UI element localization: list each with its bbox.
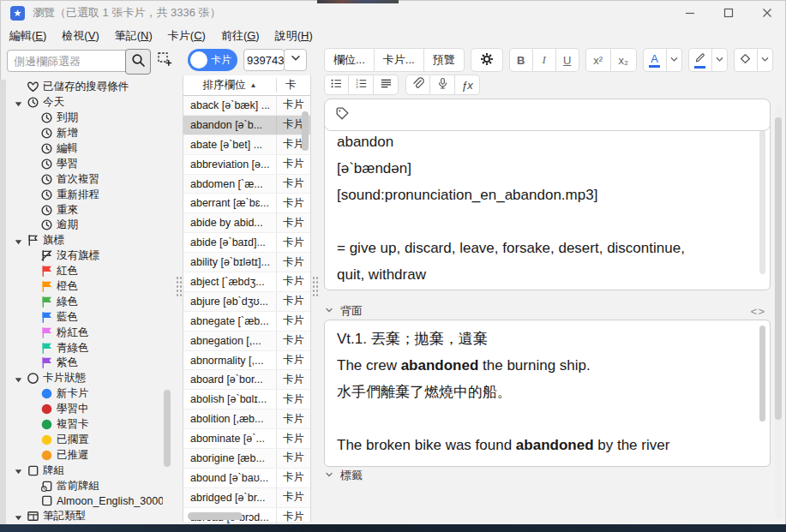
list-vertical-scrollbar-thumb[interactable] [302,111,309,151]
sidebar-item[interactable]: 新卡片 [7,386,163,402]
record-audio-button[interactable] [430,75,455,95]
sidebar-item[interactable]: 新增 [7,126,163,141]
preview-button[interactable]: 預覽 [424,48,465,72]
card-row[interactable]: abnegation [,...卡片 [183,332,310,351]
card-row[interactable]: abandon [ə`b...卡片 [183,116,310,135]
sidebar-item[interactable]: 當前牌組 [7,478,163,493]
sidebar-item[interactable]: 紅色 [7,264,163,279]
search-term-combobox[interactable]: 939743 [243,49,285,71]
sidebar-item[interactable]: 逾期 [7,218,163,233]
card-row[interactable]: abnormality [,...卡片 [183,351,310,371]
cards-notes-toggle[interactable]: 卡片 [188,49,237,71]
list-horizontal-scrollbar-thumb[interactable] [188,512,243,520]
search-term-dropdown-button[interactable] [284,49,307,71]
sidebar-item[interactable]: 重來 [7,202,163,218]
card-row[interactable]: abridged [ə`br...卡片 [183,488,310,508]
sidebar-item[interactable]: 首次複習 [7,171,163,187]
attach-media-button[interactable] [405,75,430,95]
menu-item[interactable]: 編輯(E) [2,27,54,45]
sidebar-item[interactable]: 粉紅色 [7,325,163,340]
maximize-button[interactable] [709,0,747,26]
collapse-chevron-icon[interactable] [324,305,334,318]
collapse-chevron-icon[interactable] [324,469,334,482]
card-row[interactable]: abjure [əb`dʒʊ...卡片 [183,292,310,312]
card-row[interactable]: abolish [ə`bɑlɪ...卡片 [183,390,310,409]
card-row[interactable]: abominate [ə`...卡片 [183,429,310,449]
sort-column-header[interactable]: 排序欄位 ▲ [183,78,276,93]
settings-button[interactable] [471,48,503,72]
subscript-button[interactable]: x₂ [611,48,637,72]
sidebar-item[interactable]: 沒有旗標 [7,248,163,264]
sidebar-item[interactable]: 重新排程 [7,187,163,202]
list-splitter-handle[interactable] [312,276,318,298]
tags-input[interactable] [324,99,771,131]
sidebar-item[interactable]: 編輯 [7,141,163,157]
sidebar-item[interactable]: Almoon_English_3000 [7,493,163,509]
front-field[interactable]: abandon[ə`bændən][sound:pronunciation_en… [324,123,771,290]
sidebar-splitter-handle[interactable] [176,276,182,298]
sidebar-item[interactable]: 紫色 [7,356,163,371]
remove-formatting-dropdown[interactable] [758,48,773,72]
card-row[interactable]: abnegate [`æb...卡片 [183,312,310,332]
sidebar-item[interactable]: 青綠色 [7,340,163,356]
bold-button[interactable]: B [509,48,533,72]
highlight-color-button[interactable] [688,48,712,72]
back-field-scrollbar-thumb[interactable] [759,326,765,421]
close-button[interactable] [747,0,786,26]
sidebar-item[interactable]: 橙色 [7,279,163,295]
back-field[interactable]: Vt.1. 丟棄；拋棄，遺棄The crew abandoned the bur… [324,320,771,467]
sidebar-item[interactable]: 已推遲 [7,447,163,463]
remove-formatting-button[interactable] [734,48,758,72]
sidebar-item[interactable]: 已儲存的搜尋條件 [7,80,163,95]
menu-item[interactable]: 說明(H) [267,27,321,45]
editor-scrollbar-thumb[interactable] [775,117,782,420]
cards-column-header[interactable]: 卡 [276,78,310,93]
sidebar-item[interactable]: 學習 [7,156,163,171]
card-row[interactable]: abbreviation [ə...卡片 [183,155,310,175]
fields-button[interactable]: 欄位... [324,48,375,72]
equations-button[interactable]: ƒx [455,75,480,95]
card-row[interactable]: abide by abid...卡片 [183,213,310,233]
html-editor-toggle-icon[interactable]: <> [751,305,765,318]
numbered-list-button[interactable]: 123 [349,75,374,95]
sidebar-item[interactable]: 綠色 [7,294,163,309]
front-field-scrollbar-thumb[interactable] [759,130,765,274]
sidebar-item[interactable]: 筆記類型 [7,509,163,524]
italic-button[interactable]: I [533,48,556,72]
sidebar-filter-input[interactable] [7,50,133,72]
align-button[interactable] [374,75,399,95]
highlight-color-dropdown[interactable] [712,48,728,72]
superscript-button[interactable]: x² [585,48,611,72]
sidebar-item[interactable]: 旗標 [7,233,163,248]
search-button[interactable] [125,49,151,75]
card-row[interactable]: abound [ə`baʊ...卡片 [183,469,310,488]
sidebar-item[interactable]: 今天 [7,95,163,111]
sidebar-item[interactable]: 已擱置 [7,432,163,447]
card-row[interactable]: aboard [ə`bor...卡片 [183,370,310,390]
sidebar-item[interactable]: 藍色 [7,309,163,325]
card-row[interactable]: abject [`æbdʒ...卡片 [183,272,310,292]
minimize-button[interactable] [670,0,709,26]
sidebar-scrollbar-thumb[interactable] [164,390,171,467]
bullet-list-button[interactable] [324,75,349,95]
text-color-button[interactable]: A [643,48,667,72]
sidebar-item[interactable]: 牌組 [7,463,163,478]
selection-mode-button[interactable] [154,51,175,71]
card-row[interactable]: abdomen [`æ...卡片 [183,175,310,194]
menu-item[interactable]: 檢視(V) [54,27,106,45]
menu-item[interactable]: 前往(G) [213,27,267,45]
menu-item[interactable]: 卡片(C) [160,27,213,45]
card-row[interactable]: abate [ə`bet] ...卡片 [183,135,310,155]
card-row[interactable]: aberrant [æ`bɛ...卡片 [183,194,310,213]
card-row[interactable]: aback [ə`bæk] ...卡片 [183,96,310,116]
card-row[interactable]: abolition [,æb...卡片 [183,409,310,429]
sidebar-item[interactable]: 複習卡 [7,417,163,433]
text-color-dropdown[interactable] [667,48,682,72]
underline-button[interactable]: U [556,48,579,72]
card-row[interactable]: ability [ə`bɪlətɪ]...卡片 [183,253,310,272]
sidebar-item[interactable]: 學習中 [7,402,163,417]
sidebar-item[interactable]: 到期 [7,111,163,126]
sidebar-item[interactable]: 卡片狀態 [7,371,163,386]
cards-button[interactable]: 卡片... [375,48,424,72]
menu-item[interactable]: 筆記(N) [107,27,160,45]
